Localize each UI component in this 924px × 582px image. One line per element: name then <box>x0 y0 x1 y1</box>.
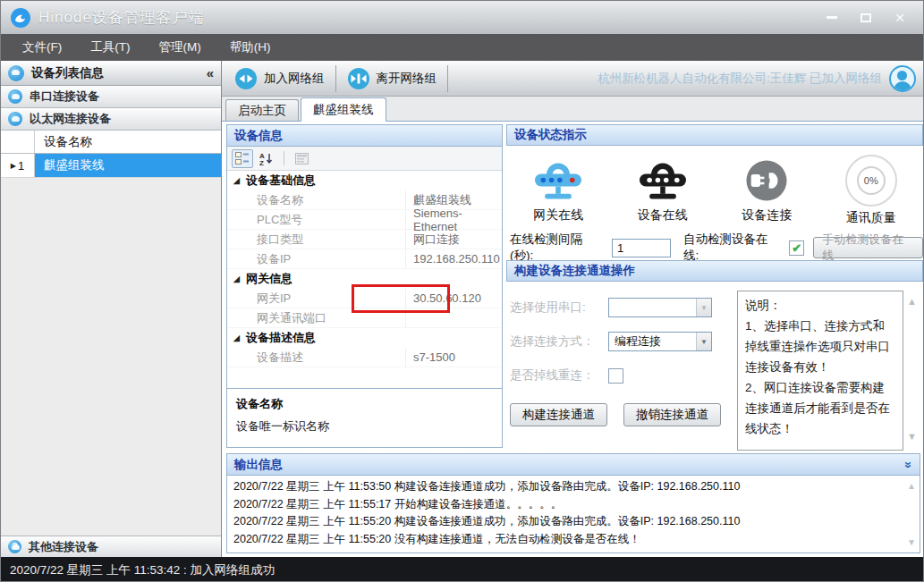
collapse-output-icon[interactable]: » <box>902 461 916 468</box>
menu-item[interactable]: 管理(M) <box>145 34 216 61</box>
property-row[interactable]: 网关IP30.50.60.120 <box>227 289 502 308</box>
alphabetical-sort-icon[interactable]: A Z <box>256 149 277 168</box>
sidebar-footer-other-devices[interactable]: 其他连接设备 <box>1 536 221 557</box>
row-index: 1 <box>18 159 24 173</box>
property-name: PLC型号 <box>227 210 406 230</box>
auto-check-label: 自动检测设备在线: <box>683 232 782 264</box>
close-icon[interactable]: ✕ <box>894 12 905 24</box>
instructions-box: 说明：1、选择串口、连接方式和掉线重连操作选项只对串口连接设备有效！2、网口连接… <box>737 291 903 451</box>
device-name-column-header: 设备名称 <box>35 131 221 153</box>
category-label: 设备基础信息 <box>246 173 316 189</box>
title-bar: Hinode设备管理客户端 ✕ <box>1 1 923 34</box>
menu-item[interactable]: 文件(F) <box>8 34 76 61</box>
leave-network-group-button[interactable]: 离开网络组 <box>336 61 448 96</box>
log-line: 2020/7/22 星期三 上午 11:53:50 构建设备连接通道成功，添加设… <box>233 478 913 496</box>
join-network-group-button[interactable]: 加入网络组 <box>224 61 335 96</box>
interval-label: 在线检测间隔(秒): <box>510 232 605 264</box>
reconnect-checkbox[interactable] <box>608 368 623 384</box>
user-avatar <box>889 65 916 92</box>
connection-mode-select[interactable]: 编程连接 ▼ <box>608 332 712 351</box>
property-name: 网关通讯端口 <box>227 308 406 328</box>
property-description-text: 设备唯一标识名称 <box>236 418 493 434</box>
device-status-region: 设备状态指示 <box>506 124 923 451</box>
property-value[interactable]: Siemens-Ethernet <box>406 210 502 230</box>
category-label: 网关信息 <box>246 271 292 287</box>
sidebar-title: 设备列表信息 <box>31 65 104 81</box>
row-pointer-icon: ▶ <box>11 162 16 170</box>
auto-check-checkbox[interactable]: ✔ <box>789 240 804 256</box>
property-category[interactable]: ◢设备描述信息 <box>227 328 502 348</box>
category-collapse-icon[interactable]: ◢ <box>233 334 240 342</box>
property-name: 设备描述 <box>227 348 406 367</box>
property-name: 设备IP <box>227 249 406 269</box>
scroll-down-icon[interactable]: ▼ <box>907 431 917 442</box>
tab[interactable]: 启动主页 <box>225 99 299 121</box>
serial-port-label: 选择使用串口: <box>510 299 608 316</box>
svg-text:Z: Z <box>259 159 264 165</box>
interval-input[interactable] <box>612 239 671 257</box>
join-network-icon <box>234 67 258 90</box>
device-table-header: 设备名称 <box>1 131 221 154</box>
property-value[interactable] <box>406 308 502 328</box>
menu-item[interactable]: 帮助(H) <box>216 34 285 61</box>
property-row[interactable]: 设备IP192.168.250.110 <box>227 249 502 269</box>
leave-network-label: 离开网络组 <box>377 71 437 87</box>
categorized-view-icon[interactable] <box>232 149 253 168</box>
property-row[interactable]: 接口类型网口连接 <box>227 230 502 249</box>
user-network-status-text: 杭州新松机器人自动化有限公司:王佳辉 已加入网络组 <box>598 71 882 87</box>
device-info-panel: 设备信息 A <box>226 124 503 448</box>
log-line: 2020/7/22 星期三 上午 11:55:20 没有构建连接通道，无法自动检… <box>233 531 913 549</box>
category-collapse-icon[interactable]: ◢ <box>233 177 240 185</box>
sidebar-group-label: 以太网连接设备 <box>30 111 111 127</box>
device-connect-label: 设备连接 <box>742 207 792 224</box>
serial-port-select[interactable]: ▼ <box>608 298 712 317</box>
menu-item[interactable]: 工具(T) <box>76 34 144 61</box>
device-online-label: 设备在线 <box>638 207 688 224</box>
scroll-up-icon[interactable]: ▲ <box>907 477 916 495</box>
property-value[interactable]: 网口连接 <box>406 230 502 249</box>
build-channel-button[interactable]: 构建连接通道 <box>510 403 607 426</box>
status-bar: 2020/7/22 星期三 上午 11:53:42 : 加入网络组成功 <box>1 557 923 582</box>
property-grid: ◢设备基础信息设备名称麒盛组装线PLC型号Siemens-Ethernet接口类… <box>227 171 502 388</box>
manual-check-button[interactable]: 手动检测设备在线 <box>813 237 923 258</box>
app-window: Hinode设备管理客户端 ✕ 文件(F)工具(T)管理(M)帮助(H) 设备列… <box>0 0 924 582</box>
chevron-down-icon[interactable]: ▼ <box>696 299 711 316</box>
minimize-icon[interactable] <box>827 16 837 19</box>
reconnect-label: 是否掉线重连： <box>510 367 608 384</box>
sidebar-group-label: 串口连接设备 <box>30 89 99 105</box>
property-row[interactable]: 网关通讯端口 <box>227 308 502 328</box>
tab[interactable]: 麒盛组装线 <box>301 97 386 122</box>
table-row[interactable]: ▶1麒盛组装线 <box>1 154 221 177</box>
comm-quality-indicator: 0% 通讯质量 <box>819 155 924 226</box>
comm-quality-label: 通讯质量 <box>846 210 896 226</box>
category-collapse-icon[interactable]: ◢ <box>233 275 240 283</box>
note-text: 1、选择串口、连接方式和掉线重连操作选项只对串口连接设备有效！ <box>745 316 895 377</box>
chevron-down-icon[interactable]: ▼ <box>696 333 711 350</box>
log-line: 2020/7/22 星期三 上午 11:55:17 开始构建设备连接通道。。。。… <box>233 496 913 514</box>
property-value[interactable]: 30.50.60.120 <box>406 289 502 308</box>
property-category[interactable]: ◢设备基础信息 <box>227 171 502 190</box>
property-value[interactable]: 192.168.250.110 <box>406 249 502 269</box>
note-text: 说明： <box>745 295 895 316</box>
comm-quality-gauge: 0% <box>845 155 897 207</box>
online-check-row: 在线检测间隔(秒): 自动检测设备在线: ✔ 手动检测设备在线 <box>506 235 923 260</box>
scroll-down-icon[interactable]: ▼ <box>907 534 916 552</box>
comm-quality-value: 0% <box>857 166 886 195</box>
sidebar-group[interactable]: 串口连接设备 <box>1 86 221 108</box>
sidebar-footer-label: 其他连接设备 <box>29 539 98 555</box>
device-list-empty-area <box>1 177 221 536</box>
device-name-cell[interactable]: 麒盛组装线 <box>35 154 221 177</box>
revoke-channel-button[interactable]: 撤销连接通道 <box>623 403 721 426</box>
maximize-icon[interactable] <box>860 13 871 22</box>
scroll-up-icon[interactable]: ▲ <box>907 296 917 307</box>
property-pages-icon <box>291 149 312 168</box>
property-value[interactable]: s7-1500 <box>406 348 502 367</box>
collapse-sidebar-icon[interactable]: « <box>207 65 214 80</box>
property-category[interactable]: ◢网关信息 <box>227 269 502 289</box>
property-row[interactable]: PLC型号Siemens-Ethernet <box>227 210 502 230</box>
sidebar-group[interactable]: 以太网连接设备 <box>1 108 221 131</box>
status-panel-title: 设备状态指示 <box>506 124 923 146</box>
property-row[interactable]: 设备描述s7-1500 <box>227 348 502 367</box>
row-indicator-column <box>1 131 35 153</box>
output-panel: 输出信息 » ▲ 2020/7/22 星期三 上午 11:53:50 构建设备连… <box>226 453 920 553</box>
